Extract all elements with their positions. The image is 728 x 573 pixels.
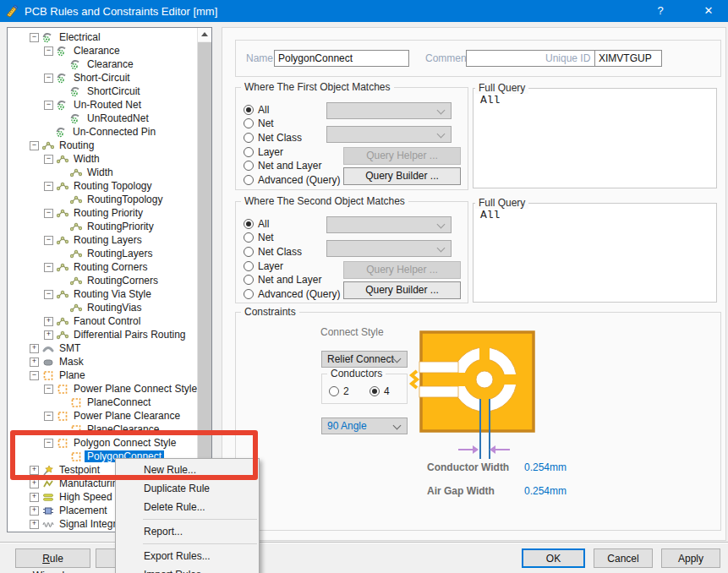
- radio-button-icon[interactable]: [369, 386, 380, 396]
- tree-expander-minus-icon[interactable]: −: [44, 46, 53, 56]
- tree-expander-plus-icon[interactable]: +: [44, 317, 53, 326]
- radio-button-icon[interactable]: [244, 261, 254, 271]
- second-net-class-combo[interactable]: [326, 240, 452, 257]
- tree-expander-plus-icon[interactable]: +: [30, 479, 39, 488]
- menu-item-export-rules[interactable]: Export Rules...: [116, 547, 259, 565]
- menu-item-new-rule[interactable]: New Rule...: [116, 461, 259, 479]
- tree-expander-plus-icon[interactable]: +: [30, 520, 39, 529]
- tree-item-un-connected-pin[interactable]: Un-Connected Pin: [8, 125, 197, 139]
- radio-button-icon[interactable]: [244, 147, 254, 157]
- tree-item-width[interactable]: −Width: [8, 152, 197, 166]
- tree-expander-plus-icon[interactable]: +: [30, 493, 39, 502]
- tree-expander-plus-icon[interactable]: +: [30, 466, 39, 475]
- conductor-width-value[interactable]: 0.254mm: [524, 461, 567, 473]
- help-button[interactable]: ?: [643, 0, 677, 22]
- cancel-button[interactable]: Cancel: [594, 548, 653, 568]
- tree-expander-minus-icon[interactable]: −: [44, 101, 53, 110]
- second-match-radio-advanced-query[interactable]: Advanced (Query): [244, 288, 340, 301]
- radio-button-icon[interactable]: [244, 219, 254, 229]
- tree-expander-plus-icon[interactable]: +: [30, 357, 39, 367]
- tree-item-routingvias[interactable]: RoutingVias: [8, 301, 197, 314]
- first-net-combo[interactable]: [326, 102, 452, 119]
- tree-item-clearance[interactable]: Clearance: [8, 57, 197, 71]
- radio-button-icon[interactable]: [244, 175, 254, 185]
- menu-item-duplicate-rule[interactable]: Duplicate Rule: [116, 479, 259, 498]
- radio-button-icon[interactable]: [244, 118, 254, 128]
- second-net-combo[interactable]: [326, 216, 452, 233]
- tree-expander-minus-icon[interactable]: −: [44, 236, 53, 245]
- name-input[interactable]: [274, 50, 409, 67]
- menu-item-delete-rule[interactable]: Delete Rule...: [116, 498, 259, 516]
- unique-id-input[interactable]: [594, 50, 662, 67]
- scrollbar-thumb[interactable]: [198, 42, 211, 499]
- tree-item-routing[interactable]: −Routing: [8, 139, 197, 152]
- first-match-radio-advanced-query[interactable]: Advanced (Query): [244, 174, 340, 187]
- menu-item-report[interactable]: Report...: [116, 522, 259, 541]
- connect-style-combo[interactable]: Relief Connect: [321, 351, 408, 368]
- apply-button[interactable]: Apply: [661, 548, 720, 568]
- tree-expander-minus-icon[interactable]: −: [30, 371, 39, 380]
- menu-item-import-rules[interactable]: Import Rules...: [116, 565, 259, 573]
- tree-expander-minus-icon[interactable]: −: [44, 74, 53, 83]
- second-match-radio-layer[interactable]: Layer: [244, 259, 283, 272]
- first-match-radio-net[interactable]: Net: [244, 117, 274, 130]
- tree-item-routing-layers[interactable]: −Routing Layers: [8, 233, 197, 247]
- scrollbar-up-arrow-icon[interactable]: [198, 28, 211, 41]
- tree-item-routingcorners[interactable]: RoutingCorners: [8, 274, 197, 287]
- tree-item-electrical[interactable]: −Electrical: [8, 30, 197, 44]
- tree-scrollbar[interactable]: [197, 28, 211, 532]
- radio-button-icon[interactable]: [244, 289, 254, 299]
- second-match-radio-net[interactable]: Net: [244, 232, 274, 244]
- tree-item-routinglayers[interactable]: RoutingLayers: [8, 247, 197, 260]
- radio-button-icon[interactable]: [244, 133, 254, 143]
- tree-expander-plus-icon[interactable]: +: [30, 344, 39, 353]
- tree-expander-plus-icon[interactable]: +: [30, 506, 39, 516]
- second-match-radio-net-and-layer[interactable]: Net and Layer: [244, 274, 321, 286]
- tree-expander-minus-icon[interactable]: −: [44, 209, 53, 218]
- tree-item-fanout-control[interactable]: +Fanout Control: [8, 314, 197, 328]
- radio-button-icon[interactable]: [244, 161, 254, 171]
- rule-wizard-button[interactable]: Rule Wizard...: [15, 548, 90, 568]
- tree-item-plane[interactable]: −Plane: [8, 368, 197, 382]
- tree-expander-minus-icon[interactable]: −: [44, 263, 53, 272]
- tree-expander-minus-icon[interactable]: −: [44, 412, 53, 421]
- tree-expander-minus-icon[interactable]: −: [44, 439, 53, 448]
- tree-item-routing-topology[interactable]: −Routing Topology: [8, 179, 197, 193]
- radio-button-icon[interactable]: [244, 105, 254, 115]
- tree-expander-minus-icon[interactable]: −: [44, 385, 53, 394]
- tree-expander-minus-icon[interactable]: −: [44, 155, 53, 164]
- first-match-radio-net-class[interactable]: Net Class: [244, 131, 302, 144]
- air-gap-width-value[interactable]: 0.254mm: [524, 485, 567, 497]
- ok-button[interactable]: OK: [522, 548, 585, 568]
- first-net-class-combo[interactable]: [326, 126, 452, 143]
- first-match-radio-all[interactable]: All: [244, 103, 269, 116]
- tree-item-polygon-connect-style[interactable]: −Polygon Connect Style: [8, 436, 197, 450]
- tree-item-width[interactable]: Width: [8, 166, 197, 179]
- tree-item-planeconnect[interactable]: PlaneConnect: [8, 396, 197, 409]
- conductors-radio-2[interactable]: 2: [329, 385, 349, 397]
- tree-expander-minus-icon[interactable]: −: [44, 290, 53, 299]
- radio-button-icon[interactable]: [244, 275, 254, 285]
- tree-item-planeclearance[interactable]: PlaneClearance: [8, 423, 197, 436]
- tree-expander-plus-icon[interactable]: +: [44, 330, 53, 340]
- tree-expander-minus-icon[interactable]: −: [44, 182, 53, 191]
- tree-item-routingpriority[interactable]: RoutingPriority: [8, 220, 197, 233]
- radio-button-icon[interactable]: [244, 232, 254, 243]
- first-query-builder-button[interactable]: Query Builder ...: [343, 167, 461, 185]
- tree-item-shortcircuit[interactable]: ShortCircuit: [8, 85, 197, 98]
- tree-item-mask[interactable]: +Mask: [8, 355, 197, 368]
- second-query-builder-button[interactable]: Query Builder ...: [343, 281, 461, 299]
- radio-button-icon[interactable]: [244, 247, 254, 257]
- angle-combo[interactable]: 90 Angle: [321, 417, 408, 434]
- radio-button-icon[interactable]: [329, 386, 339, 396]
- tree-item-un-routed-net[interactable]: −Un-Routed Net: [8, 98, 197, 112]
- tree-item-routing-corners[interactable]: −Routing Corners: [8, 260, 197, 274]
- second-match-radio-net-class[interactable]: Net Class: [244, 245, 302, 258]
- tree-item-routing-priority[interactable]: −Routing Priority: [8, 206, 197, 220]
- tree-item-power-plane-clearance[interactable]: −Power Plane Clearance: [8, 409, 197, 423]
- conductors-radio-4[interactable]: 4: [369, 385, 390, 397]
- first-match-radio-layer[interactable]: Layer: [244, 145, 283, 158]
- tree-expander-minus-icon[interactable]: −: [30, 33, 39, 42]
- close-button[interactable]: ✕: [689, 0, 728, 22]
- tree-item-differential-pairs-routing[interactable]: +Differential Pairs Routing: [8, 328, 197, 341]
